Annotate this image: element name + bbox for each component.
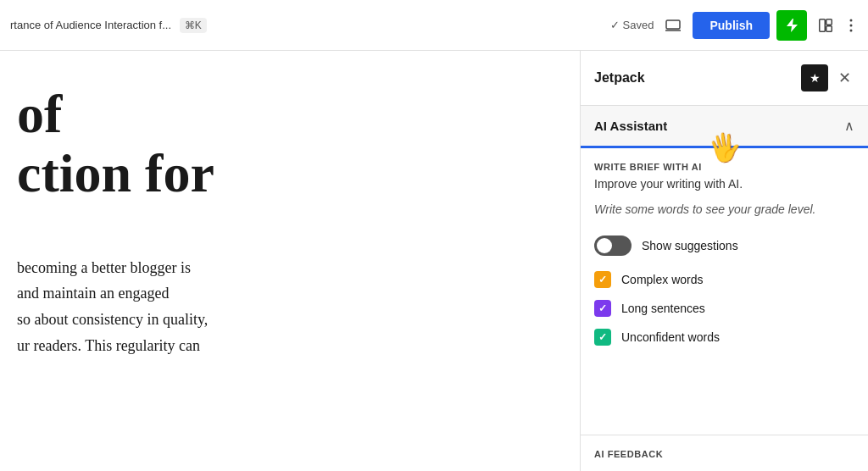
star-button[interactable]: ★ [801, 64, 828, 91]
complex-words-row: ✓ Complex words [594, 271, 854, 288]
sidebar-header-actions: ★ ✕ [801, 64, 854, 91]
unconfident-words-checkbox[interactable]: ✓ [594, 329, 611, 346]
ai-feedback-section: AI FEEDBACK [581, 435, 868, 471]
topbar: rtance of Audience Interaction f... ⌘K ✓… [0, 0, 868, 51]
ai-assistant-content: WRITE BRIEF WITH AI Improve your writing… [581, 148, 868, 435]
check-mark: ✓ [598, 274, 607, 285]
check-icon: ✓ [610, 19, 620, 31]
star-icon: ★ [810, 71, 821, 85]
svg-rect-0 [666, 20, 680, 29]
long-sentences-row: ✓ Long sentences [594, 300, 854, 317]
check-mark: ✓ [598, 302, 607, 314]
unconfident-words-label: Unconfident words [621, 330, 720, 344]
unconfident-words-row: ✓ Unconfident words [594, 329, 854, 346]
improve-writing-text: Improve your writing with AI. [594, 177, 854, 191]
show-suggestions-row: Show suggestions [594, 236, 854, 256]
svg-rect-2 [826, 19, 832, 25]
show-suggestions-label: Show suggestions [642, 239, 738, 252]
long-sentences-checkbox[interactable]: ✓ [594, 300, 611, 317]
complex-words-label: Complex words [621, 273, 703, 286]
jetpack-ai-button[interactable] [776, 10, 807, 41]
show-suggestions-toggle[interactable] [594, 236, 632, 256]
editor-title: of ction for [17, 85, 546, 204]
close-sidebar-button[interactable]: ✕ [835, 67, 854, 89]
ai-feedback-label: AI FEEDBACK [594, 449, 663, 459]
laptop-icon [665, 19, 681, 31]
check-mark: ✓ [598, 331, 607, 343]
svg-rect-3 [826, 25, 832, 31]
close-icon: ✕ [838, 69, 851, 86]
write-brief-label: WRITE BRIEF WITH AI [594, 162, 854, 172]
svg-point-5 [850, 24, 853, 26]
lightning-icon [784, 18, 799, 33]
ai-assistant-title: AI Assistant [594, 119, 667, 133]
main-layout: of ction for becoming a better blogger i… [0, 51, 868, 471]
svg-rect-1 [820, 19, 826, 31]
layout-icon-btn[interactable] [814, 14, 837, 37]
ai-assistant-section-header[interactable]: AI Assistant ∧ [581, 106, 868, 148]
editor-area[interactable]: of ction for becoming a better blogger i… [0, 51, 580, 471]
saved-indicator: ✓ Saved [610, 19, 654, 31]
laptop-icon-btn[interactable] [660, 14, 686, 36]
svg-point-4 [850, 19, 853, 21]
shortcut-badge: ⌘K [180, 18, 207, 33]
publish-button[interactable]: Publish [693, 12, 770, 39]
sidebar: Jetpack ★ ✕ AI Assistant ∧ WRITE BRIEF W… [580, 51, 868, 471]
long-sentences-label: Long sentences [621, 302, 705, 315]
chevron-up-icon: ∧ [844, 118, 854, 134]
sidebar-title: Jetpack [594, 70, 645, 86]
more-options-button[interactable] [844, 14, 858, 37]
grade-level-text: Write some words to see your grade level… [594, 201, 854, 219]
complex-words-checkbox[interactable]: ✓ [594, 271, 611, 288]
svg-point-6 [850, 29, 853, 31]
more-dots-icon [849, 19, 853, 32]
document-title: rtance of Audience Interaction f... ⌘K [10, 19, 604, 31]
layout-icon [819, 19, 832, 32]
sidebar-header: Jetpack ★ ✕ [581, 51, 868, 106]
editor-body[interactable]: becoming a better blogger is and maintai… [17, 255, 546, 358]
